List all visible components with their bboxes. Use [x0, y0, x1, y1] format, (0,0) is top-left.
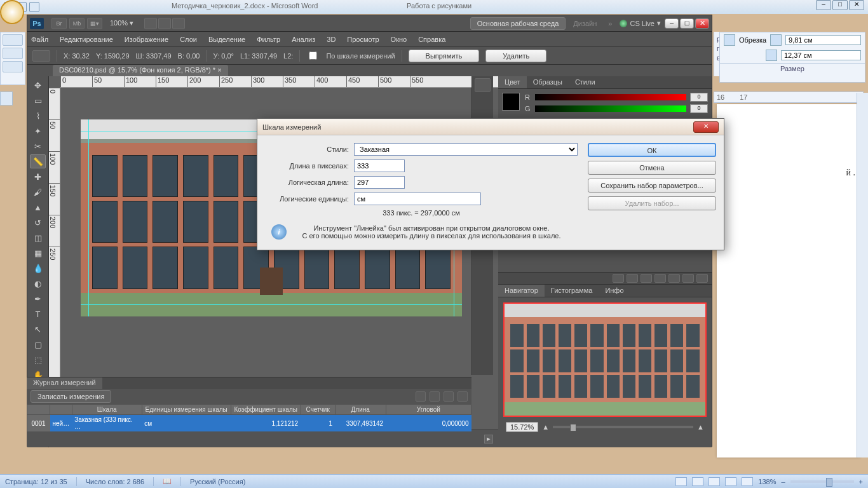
lasso-tool-icon[interactable]: ⌇: [30, 109, 46, 123]
screen-mode-icon[interactable]: [172, 18, 185, 29]
crop-tool-icon[interactable]: ✂: [30, 139, 46, 153]
zoom-slider[interactable]: [790, 480, 854, 483]
pen-tool-icon[interactable]: ✒: [30, 292, 46, 306]
ok-button[interactable]: ОК: [588, 143, 716, 157]
tab-styles[interactable]: Стили: [569, 76, 602, 88]
print-layout-icon[interactable]: [675, 477, 687, 486]
path-tool-icon[interactable]: ↖: [30, 322, 46, 336]
office-button[interactable]: [0, 0, 24, 24]
bridge-icon[interactable]: Br: [51, 18, 67, 29]
tab-color[interactable]: Цвет: [498, 76, 527, 88]
menu-file[interactable]: Файл: [31, 36, 48, 43]
workspace-design[interactable]: Дизайн: [569, 18, 600, 29]
type-tool-icon[interactable]: T: [30, 307, 46, 321]
logical-units-input[interactable]: [354, 193, 481, 205]
ps-maximize[interactable]: □: [680, 18, 694, 29]
menu-analysis[interactable]: Анализ: [292, 36, 315, 43]
r-slider[interactable]: [535, 94, 686, 100]
straighten-button[interactable]: Выпрямить: [409, 50, 480, 62]
proofing-icon[interactable]: 📖: [163, 477, 172, 485]
contrast-icon[interactable]: [3, 48, 23, 59]
brush-tool-icon[interactable]: 🖌: [30, 185, 46, 199]
styles-select[interactable]: Заказная: [354, 143, 578, 156]
ruler-tool-icon[interactable]: 📏: [30, 154, 46, 168]
ruler-horizontal[interactable]: 050100150200250300350400450500550: [60, 76, 498, 88]
fx-icon[interactable]: [627, 274, 638, 283]
menu-filter[interactable]: Фильтр: [257, 36, 280, 43]
nav-zoom-value[interactable]: 15.72%: [506, 422, 538, 432]
link-icon[interactable]: [613, 274, 624, 283]
ruler-tool-icon[interactable]: [32, 50, 50, 62]
eraser-tool-icon[interactable]: ◫: [30, 231, 46, 245]
close-button[interactable]: ✕: [849, 0, 864, 10]
tab-log[interactable]: Журнал измерений: [27, 377, 102, 389]
zoom-out-button[interactable]: –: [781, 478, 785, 485]
tab-histogram[interactable]: Гистограмма: [545, 285, 599, 297]
crop-label[interactable]: Обрезка: [739, 36, 766, 44]
menu-window[interactable]: Окно: [391, 36, 407, 43]
outline-view-icon[interactable]: [725, 477, 736, 486]
menu-3d[interactable]: 3D: [327, 36, 336, 43]
folder-icon[interactable]: [668, 274, 680, 283]
word-count[interactable]: Число слов: 2 686: [86, 478, 144, 485]
zoom-out-icon[interactable]: ▲: [542, 423, 549, 431]
scale-checkbox[interactable]: [309, 51, 317, 60]
qat-redo-icon[interactable]: [29, 2, 39, 12]
trash-icon[interactable]: [696, 274, 708, 283]
minibridge-icon[interactable]: Mb: [69, 18, 85, 29]
foreground-swatch[interactable]: [502, 93, 520, 111]
pixel-length-input[interactable]: [354, 159, 405, 172]
menu-image[interactable]: Изображение: [125, 36, 168, 43]
zoom-in-button[interactable]: +: [859, 478, 863, 485]
select-all-icon[interactable]: [416, 391, 426, 402]
ps-minimize[interactable]: –: [665, 18, 679, 29]
blur-tool-icon[interactable]: 💧: [30, 261, 46, 275]
maximize-button[interactable]: □: [832, 0, 848, 10]
tab-swatches[interactable]: Образцы: [527, 76, 569, 88]
spot-heal-icon[interactable]: ✚: [30, 170, 46, 184]
dialog-titlebar[interactable]: Шкала измерений ✕: [257, 119, 724, 135]
log-table[interactable]: Шкала Единицы измерения шкалы Коэффициен…: [27, 404, 471, 437]
ps-close[interactable]: ✕: [695, 18, 709, 29]
r-value[interactable]: 0: [690, 93, 708, 102]
menu-edit[interactable]: Редактирование: [60, 36, 113, 43]
word-ruler-toggle[interactable]: [0, 92, 13, 105]
tab-info[interactable]: Инфо: [599, 285, 630, 297]
menu-view[interactable]: Просмотр: [347, 36, 379, 43]
menu-help[interactable]: Справка: [418, 36, 445, 43]
tab-navigator[interactable]: Навигатор: [498, 285, 545, 297]
page-indicator[interactable]: Страница: 12 из 35: [5, 478, 67, 485]
deselect-icon[interactable]: [430, 391, 440, 402]
hand-icon[interactable]: [144, 18, 157, 29]
stamp-tool-icon[interactable]: ▲: [30, 200, 46, 214]
scroll-right-icon[interactable]: ▸: [484, 435, 493, 444]
3d-tool-icon[interactable]: ⬚: [30, 353, 46, 367]
dialog-close-button[interactable]: ✕: [693, 121, 719, 133]
word-scrollbar[interactable]: [857, 93, 868, 458]
document-tab[interactable]: DSC06210.psd @ 15,7% (Фон копия 2, RGB/8…: [53, 65, 228, 76]
nav-zoom-slider[interactable]: [553, 426, 693, 428]
height-field[interactable]: 9,81 см: [785, 35, 861, 45]
draft-view-icon[interactable]: [742, 477, 753, 486]
g-value[interactable]: 0: [690, 104, 708, 113]
cslive[interactable]: CS Live▾: [620, 19, 661, 27]
menu-select[interactable]: Выделение: [208, 36, 245, 43]
recolor-icon[interactable]: [3, 61, 23, 72]
save-preset-button[interactable]: Сохранить набор параметров...: [588, 179, 716, 193]
logical-length-input[interactable]: [354, 176, 405, 189]
g-slider[interactable]: [535, 105, 686, 112]
workspace-more-icon[interactable]: »: [604, 18, 616, 29]
mb-icon[interactable]: [475, 78, 491, 92]
history-brush-icon[interactable]: ↺: [30, 215, 46, 229]
dodge-tool-icon[interactable]: ◐: [30, 276, 46, 290]
language-indicator[interactable]: Русский (Россия): [190, 478, 245, 485]
zoom-percent[interactable]: 138%: [758, 478, 776, 485]
arrange-docs-icon[interactable]: [158, 18, 171, 29]
wand-tool-icon[interactable]: ✦: [30, 124, 46, 138]
new-layer-icon[interactable]: [682, 274, 694, 283]
gradient-tool-icon[interactable]: ▦: [30, 246, 46, 260]
clear-button[interactable]: Удалить: [485, 50, 546, 62]
shape-tool-icon[interactable]: ▢: [30, 337, 46, 351]
zoom-level[interactable]: 100% ▾: [110, 19, 133, 27]
workspace-active[interactable]: Основная рабочая среда: [470, 17, 566, 30]
